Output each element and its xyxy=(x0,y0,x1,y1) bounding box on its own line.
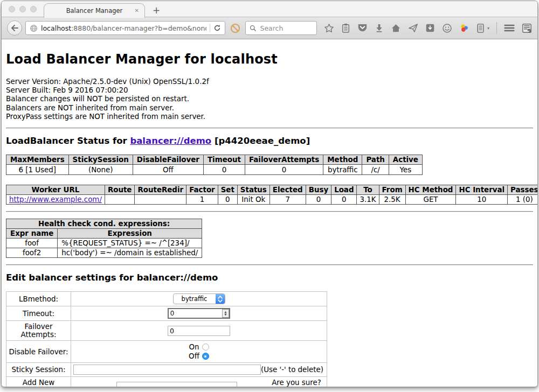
table-cell: foof2 xyxy=(6,248,58,258)
status-heading-suffix: [p4420eeae_demo] xyxy=(211,136,310,146)
failover-off-label: Off xyxy=(189,352,199,360)
table-cell xyxy=(135,195,186,205)
table-cell: %{REQUEST_STATUS} =~ /^[234]/ xyxy=(58,239,202,248)
balancer-demo-link[interactable]: balancer://demo xyxy=(130,136,211,146)
column-header: DisableFailover xyxy=(133,155,203,165)
column-header: HC Method xyxy=(405,185,456,195)
column-header: Set xyxy=(218,185,237,195)
tab-balancer-manager[interactable]: Balancer Manager ✕ xyxy=(44,3,145,18)
failover-on-radio[interactable] xyxy=(202,344,209,351)
send-icon[interactable] xyxy=(408,23,418,33)
sticky-session-input[interactable] xyxy=(73,365,261,375)
dropdown-caret-icon[interactable]: ▾ xyxy=(487,26,489,31)
url-bar[interactable]: localhost:8880/balancer-manager?b=demo&n… xyxy=(25,21,225,35)
url-divider xyxy=(210,24,210,32)
column-header: StickySession xyxy=(68,155,133,165)
table-cell: bytraffic xyxy=(323,165,362,175)
content-blocked-icon[interactable] xyxy=(230,23,240,33)
home-icon[interactable] xyxy=(391,23,401,33)
table-cell: Off xyxy=(133,165,203,175)
column-header: Expression xyxy=(58,229,202,239)
failover-on-label: On xyxy=(189,343,199,351)
failover-off-radio[interactable] xyxy=(202,353,209,360)
table-cell: 3.1K xyxy=(357,195,379,205)
balancer-settings-form: LBmethod: bytraffic Timeout: xyxy=(6,291,327,387)
menu-group xyxy=(504,23,532,33)
column-header: Method xyxy=(323,155,362,165)
timeout-row: Timeout: ▲▼ xyxy=(6,306,327,321)
failover-attempts-input[interactable] xyxy=(168,326,230,336)
colors-icon[interactable] xyxy=(459,23,469,33)
loadbalancer-status-heading: LoadBalancer Status for balancer://demo … xyxy=(6,136,533,146)
tab-close-icon[interactable]: ✕ xyxy=(135,8,139,13)
column-header: Elected xyxy=(270,185,306,195)
disable-failover-row: Disable Failover: On Off xyxy=(6,341,327,363)
window-controls xyxy=(9,6,37,12)
add-worker-input[interactable] xyxy=(116,382,237,387)
column-header: Factor xyxy=(186,185,218,195)
column-header: Busy xyxy=(306,185,331,195)
column-header: To xyxy=(357,185,379,195)
new-tab-button[interactable]: + xyxy=(153,4,160,17)
disable-failover-label: Disable Failover: xyxy=(6,341,71,363)
bookmark-star-icon[interactable] xyxy=(324,23,334,33)
edit-settings-heading: Edit balancer settings for balancer://de… xyxy=(6,272,533,283)
worker-url-link[interactable]: http://www.example.com/ xyxy=(9,195,102,204)
page-grid-icon[interactable] xyxy=(522,23,532,33)
close-window-button[interactable] xyxy=(9,6,15,12)
table-cell: foof xyxy=(6,239,58,248)
page-title: Load Balancer Manager for localhost xyxy=(6,52,533,67)
table-cell: 1 (0) xyxy=(508,195,537,205)
notes-icon[interactable] xyxy=(476,23,485,33)
column-header: FailoverAttempts xyxy=(245,155,323,165)
smiley-icon[interactable] xyxy=(442,23,452,33)
proxypass-notice-line: ProxyPass settings are NOT inherited fro… xyxy=(6,113,533,121)
column-header: Worker URL xyxy=(6,185,105,195)
browser-window: Balancer Manager ✕ + localhost:8880/bala… xyxy=(1,1,538,387)
screenshot-icon[interactable] xyxy=(425,23,435,33)
minimize-window-button[interactable] xyxy=(19,6,26,12)
failover-attempts-label: Failover Attempts: xyxy=(6,321,71,341)
worker-table: Worker URLRouteRouteRedirFactorSetStatus… xyxy=(6,185,537,205)
timeout-input[interactable] xyxy=(168,308,230,319)
table-cell: 6 [1 Used] xyxy=(6,165,69,175)
table-cell: (None) xyxy=(68,165,133,175)
clipboard-icon[interactable] xyxy=(341,23,350,33)
globe-icon xyxy=(30,24,38,32)
table-row: foof2hc('body') =~ /domain is establishe… xyxy=(6,248,202,258)
table-cell: hc('body') =~ /domain is established/ xyxy=(58,248,202,258)
table-cell: 0 xyxy=(306,195,331,205)
lbmethod-select[interactable]: bytraffic xyxy=(173,293,225,304)
table-cell: 0 xyxy=(203,165,245,175)
divider xyxy=(6,128,533,129)
sticky-session-hint: (Use '-' to delete) xyxy=(261,366,324,374)
back-button[interactable] xyxy=(7,20,22,36)
back-arrow-icon xyxy=(11,25,18,31)
toolbar-separator xyxy=(496,22,497,34)
table-cell: Init Ok xyxy=(237,195,270,205)
column-header: Route xyxy=(105,185,135,195)
health-check-table: Health check cond. expressions: Expr nam… xyxy=(6,219,202,258)
number-spinner-icon[interactable]: ▲▼ xyxy=(222,309,229,318)
table-cell: http://www.example.com/ xyxy=(6,195,105,205)
inherit-notice-line: Balancers are NOT inherited from main se… xyxy=(6,104,533,113)
menu-icon[interactable] xyxy=(504,24,515,32)
column-header: Path xyxy=(362,155,389,165)
zoom-window-button[interactable] xyxy=(30,6,37,12)
table-row: http://www.example.com/10Init Ok7003.1K2… xyxy=(6,195,538,205)
download-icon[interactable] xyxy=(375,23,384,33)
status-heading-prefix: LoadBalancer Status for xyxy=(6,136,130,146)
reload-icon[interactable] xyxy=(213,24,221,32)
pocket-icon[interactable] xyxy=(357,23,368,33)
tab-bar: Balancer Manager ✕ + xyxy=(2,1,537,17)
table-cell: 2.5K xyxy=(379,195,405,205)
toolbar-icons: ▾ xyxy=(324,23,489,33)
search-bar[interactable]: Search xyxy=(245,21,317,35)
lbmethod-selected-value: bytraffic xyxy=(174,294,216,304)
column-header: Active xyxy=(389,155,422,165)
table-cell: 10 xyxy=(456,195,508,205)
column-header: Passes xyxy=(508,185,537,195)
table-cell: Yes xyxy=(389,165,422,175)
table-cell: /c/ xyxy=(362,165,389,175)
column-header: HC Interval xyxy=(456,185,508,195)
